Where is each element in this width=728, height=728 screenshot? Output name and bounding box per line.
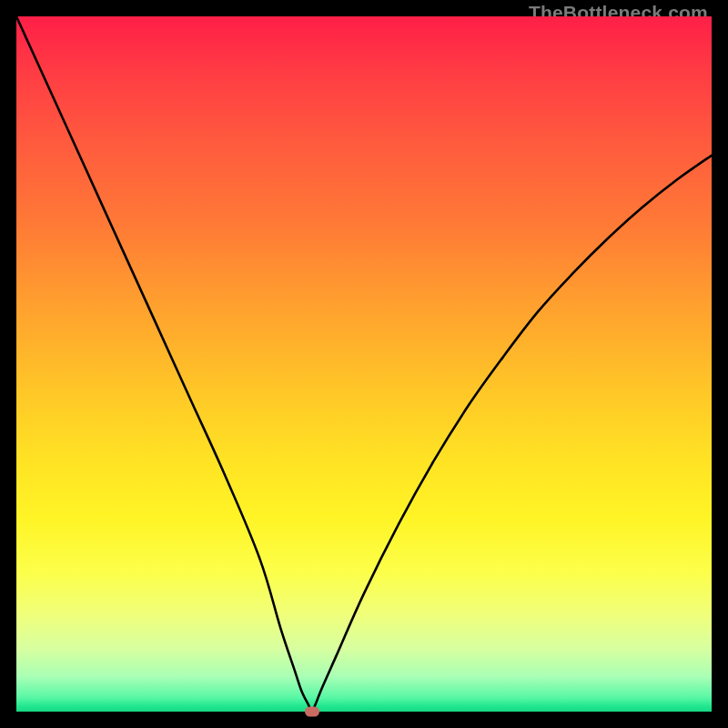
plot-area — [16, 16, 712, 712]
optimal-marker — [305, 707, 319, 717]
chart-frame: TheBottleneck.com — [0, 0, 728, 728]
bottleneck-curve — [16, 16, 712, 712]
